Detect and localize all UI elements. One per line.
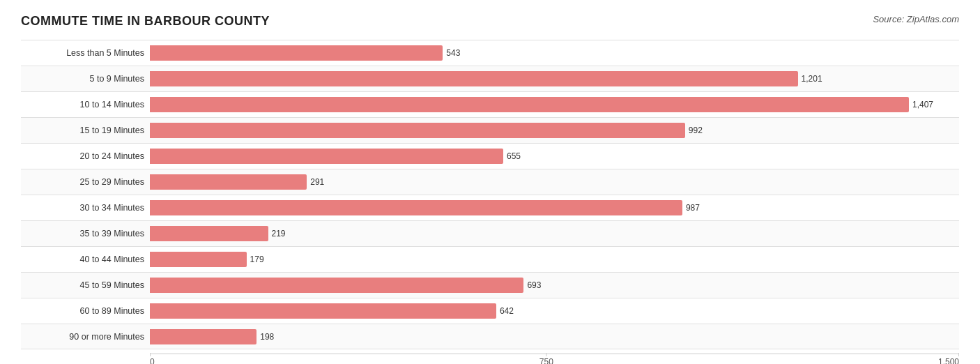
bar-value: 655	[507, 151, 521, 161]
bar-row: Less than 5 Minutes543	[21, 40, 959, 66]
bar-container: 179	[150, 251, 959, 268]
bar-value: 992	[689, 126, 703, 135]
bar-row: 35 to 39 Minutes219	[21, 220, 959, 246]
bar	[150, 200, 682, 215]
bar-label: 35 to 39 Minutes	[21, 229, 150, 238]
bar-value: 642	[500, 306, 514, 316]
bar-value: 291	[310, 177, 324, 187]
bar-label: 25 to 29 Minutes	[21, 177, 150, 187]
bar-label: 20 to 24 Minutes	[21, 151, 150, 161]
chart-header: COMMUTE TIME IN BARBOUR COUNTY Source: Z…	[21, 14, 959, 29]
bar-label: 90 or more Minutes	[21, 332, 150, 342]
bar-value: 693	[527, 280, 541, 290]
bar-container: 655	[150, 148, 959, 165]
bar-container: 291	[150, 174, 959, 190]
bar-row: 20 to 24 Minutes655	[21, 143, 959, 169]
bar-value: 543	[446, 48, 460, 58]
bar-container: 543	[150, 45, 959, 61]
bar-label: 40 to 44 Minutes	[21, 255, 150, 264]
bar-row: 90 or more Minutes198	[21, 324, 959, 349]
bar-value: 987	[686, 203, 700, 213]
x-axis-inner: 07501,500	[150, 354, 959, 364]
chart-wrapper: COMMUTE TIME IN BARBOUR COUNTY Source: Z…	[21, 14, 959, 364]
x-axis: 07501,500	[21, 354, 959, 364]
bar-label: 30 to 34 Minutes	[21, 203, 150, 213]
bar-container: 693	[150, 277, 959, 294]
bar-container: 198	[150, 328, 959, 345]
bar	[150, 226, 268, 241]
bar-value: 1,407	[912, 100, 933, 109]
bar-row: 40 to 44 Minutes179	[21, 246, 959, 272]
bar-label: 60 to 89 Minutes	[21, 306, 150, 316]
bar-container: 987	[150, 199, 959, 216]
bar	[150, 45, 443, 61]
x-tick: 0	[150, 357, 155, 364]
bar-row: 45 to 59 Minutes693	[21, 272, 959, 298]
bar-label: 5 to 9 Minutes	[21, 74, 150, 84]
bar	[150, 97, 909, 112]
bar	[150, 71, 798, 86]
bar	[150, 278, 523, 293]
x-tick: 750	[539, 357, 553, 364]
bar-label: 45 to 59 Minutes	[21, 280, 150, 290]
bar	[150, 149, 503, 164]
bar-row: 60 to 89 Minutes642	[21, 298, 959, 324]
bar-container: 992	[150, 122, 959, 139]
bar-container: 1,407	[150, 96, 959, 113]
bar-value: 1,201	[802, 74, 822, 84]
x-tick: 1,500	[938, 357, 959, 364]
bar	[150, 252, 247, 267]
bar-container: 219	[150, 225, 959, 242]
bar	[150, 123, 685, 138]
bar-value: 179	[250, 255, 264, 264]
bar-row: 10 to 14 Minutes1,407	[21, 91, 959, 117]
bar-value: 219	[272, 229, 286, 238]
bar-row: 5 to 9 Minutes1,201	[21, 66, 959, 91]
bar-container: 1,201	[150, 70, 959, 87]
bar-row: 25 to 29 Minutes291	[21, 169, 959, 195]
bar-row: 30 to 34 Minutes987	[21, 195, 959, 220]
chart-area: Less than 5 Minutes5435 to 9 Minutes1,20…	[21, 40, 959, 349]
bar	[150, 174, 307, 190]
chart-title: COMMUTE TIME IN BARBOUR COUNTY	[21, 14, 270, 29]
bar-label: 10 to 14 Minutes	[21, 100, 150, 109]
bar-value: 198	[260, 332, 274, 342]
bar-row: 15 to 19 Minutes992	[21, 117, 959, 143]
source-text: Source: ZipAtlas.com	[873, 14, 959, 24]
bar-label: 15 to 19 Minutes	[21, 126, 150, 135]
bar-label: Less than 5 Minutes	[21, 48, 150, 58]
bar	[150, 303, 496, 319]
bar	[150, 329, 257, 344]
bar-container: 642	[150, 303, 959, 319]
